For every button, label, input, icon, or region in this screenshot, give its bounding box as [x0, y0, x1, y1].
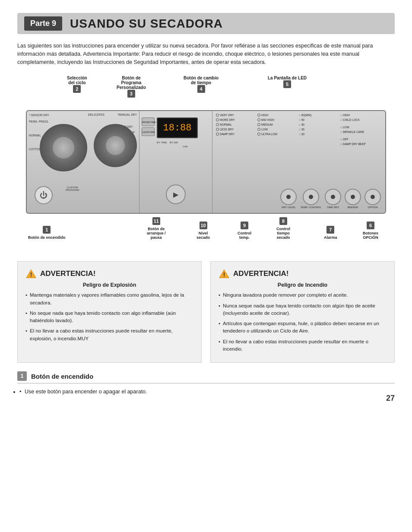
beeper-btn-label: BEEPER: [348, 206, 358, 209]
badge-9-area: 9 Controltemp.: [238, 222, 251, 240]
intro-text: Las siguientes son las instrucciones par…: [17, 42, 395, 66]
time-buttons: MORETIME LESSTIME: [142, 117, 155, 136]
diagram-area: Seleccióndel ciclo 2 Botón deProgramaPer…: [17, 76, 395, 257]
panel-right: VERY DRY MORE DRY NORMAL LESS DRY DAMP D…: [212, 111, 385, 213]
option-btn-group: OPTION: [364, 189, 381, 209]
warning-explosion-item-3: El no llevar a cabo estas instrucciones …: [25, 327, 193, 342]
opt-20: ○ 20: [299, 133, 340, 136]
label-11-text: Botón dearranque /pausa: [147, 227, 166, 240]
section-1-title: Botón de encendido: [31, 373, 93, 380]
warning-fire-item-2: Nunca seque nada que haya tenido contact…: [219, 302, 387, 317]
opt-child-lock: ○ CHILD LOCK: [340, 118, 382, 121]
opt-low2: ○ LOW: [340, 126, 382, 129]
by-time-label: BY TIME: [157, 141, 167, 144]
warning-explosion-item-1: Mantenga materiales y vapores inflamable…: [25, 291, 193, 307]
warning-fire-item-4: El no llevar a cabo estas instrucciones …: [219, 338, 387, 353]
opt-wrinkle-care: ○ WRINKLE CARE: [340, 130, 382, 133]
options-grid: VERY DRY MORE DRY NORMAL LESS DRY DAMP D…: [212, 111, 385, 171]
cycle-dial[interactable]: [40, 124, 87, 171]
badge-9: 9: [241, 222, 248, 229]
control-buttons-row: DRY LEVEL TEMP. CONTROL TIME DRY: [212, 189, 385, 209]
opt-50: ○ 50: [299, 118, 340, 121]
badge-1-area: 1 Botón de encendido: [28, 226, 66, 240]
label-3: Botón deProgramaPersonalizado 3: [117, 76, 146, 98]
beeper-btn-group: BEEPER: [345, 189, 361, 209]
beeper-button[interactable]: [345, 189, 361, 205]
badge-11-area: 11 Botón dearranque /pausa: [147, 217, 166, 240]
badge-7: 7: [326, 226, 334, 234]
time-dry-btn-group: TIME DRY: [325, 189, 341, 209]
temp-control-btn-label: TEMP. CONTROL: [300, 206, 321, 209]
opt-high2: ○ HIGH: [340, 114, 382, 117]
warning-fire-item-1: Ninguna lavadora puede remover por compl…: [219, 291, 387, 299]
label-2: Seleccióndel ciclo 2: [67, 76, 87, 93]
warning-explosion-title: ADVERTENCIA!: [40, 269, 95, 278]
power-button[interactable]: ⏻: [35, 186, 53, 204]
warning-explosion: ! ADVERTENCIA! Peligro de Explosión Mant…: [17, 261, 202, 363]
badge-1: 1: [43, 226, 51, 234]
label-10-text: Nivelsecado: [196, 231, 210, 240]
section-1-body: Use este botón para encender o apagar el…: [17, 388, 395, 396]
opt-mid-high: MID HIGH: [257, 118, 299, 121]
control-panel: * SENSOR DRY PERM. PRESS . NORMAL . COTT…: [26, 110, 386, 214]
option-button[interactable]: [364, 189, 381, 205]
temp-control-btn-group: TEMP. CONTROL: [300, 189, 321, 209]
option-btn-label: OPTION: [368, 206, 377, 209]
opt-30: ○ 30: [299, 128, 340, 131]
warning-fire-triangle-icon: !: [219, 268, 230, 279]
badge-4: 4: [197, 85, 205, 93]
badge-5: 5: [283, 80, 291, 88]
page-number: 27: [386, 394, 395, 403]
page-header: Parte 9 USANDO SU SECADORA: [17, 13, 395, 34]
badge-8: 8: [279, 217, 287, 225]
badge-10: 10: [200, 222, 207, 229]
opt-60min: ○ 60(MIN): [299, 114, 340, 117]
badge-7-area: 7 Alarma: [324, 226, 337, 240]
warning-fire-item-3: Artículos que contengan espuma, hule, o …: [219, 320, 387, 335]
warning-fire-list: Ninguna lavadora puede remover por compl…: [219, 291, 387, 353]
warning-fire-subtitle: Peligro de Incendio: [219, 282, 387, 288]
label-7-text: Alarma: [324, 235, 337, 240]
panel-middle: MORETIME LESSTIME 18:88 BY TIME BY AIR ⟹…: [139, 111, 212, 213]
time-col: ○ 60(MIN) ○ 50 ○ 40 ○ 30 ○ 20: [299, 114, 340, 169]
page-title: USANDO SU SECADORA: [70, 17, 223, 31]
play-pause-button[interactable]: ▶︎: [166, 184, 186, 204]
badge-6-area: 6 BotonesOPCIÓN: [363, 222, 378, 240]
opt-40: ○ 40: [299, 123, 340, 126]
warning-triangle-icon: !: [25, 268, 37, 279]
less-time-btn[interactable]: LESSTIME: [142, 127, 155, 136]
manual-dry-label: *MANUAL DRY: [117, 113, 137, 116]
opt-low: LOW: [257, 128, 299, 131]
warning-explosion-list: Mantenga materiales y vapores inflamable…: [25, 291, 193, 342]
opt-high: HIGH: [257, 114, 299, 117]
time-dry-btn-label: TIME DRY: [327, 206, 339, 209]
delicates-label: DELICATES: [88, 113, 105, 116]
opt-ultra-low: ULTRA LOW: [257, 133, 299, 136]
label-5-text: La Pantalla de LED: [268, 76, 307, 80]
time-dry-button[interactable]: [325, 189, 341, 205]
by-air-label: BY AIR: [170, 141, 178, 144]
warnings-section: ! ADVERTENCIA! Peligro de Explosión Mant…: [17, 261, 395, 363]
dry-level-button[interactable]: [280, 189, 297, 205]
warning-fire-header: ! ADVERTENCIA!: [219, 268, 387, 279]
section-1-item-1: Use este botón para encender o apagar el…: [19, 388, 395, 396]
led-display: 18:88: [157, 117, 198, 138]
badge-10-area: 10 Nivelsecado: [196, 222, 210, 240]
dry-level-btn-label: DRY LEVEL: [282, 206, 296, 209]
page-container: Parte 9 USANDO SU SECADORA Las siguiente…: [0, 0, 412, 412]
opt-more-dry: MORE DRY: [216, 118, 257, 121]
badge-8-area: 8 Controltiemposecado: [276, 217, 290, 240]
badge-6: 6: [367, 222, 374, 229]
svg-text:!: !: [223, 271, 225, 278]
section-1: 1 Botón de encendido Use este botón para…: [17, 371, 395, 396]
panel-left: * SENSOR DRY PERM. PRESS . NORMAL . COTT…: [27, 111, 139, 213]
extra-col: ○ HIGH ○ CHILD LOCK ○ LOW ○ WRINKLE CARE…: [340, 114, 382, 169]
label-8-text: Controltiemposecado: [276, 227, 290, 240]
temp-control-button[interactable]: [303, 189, 319, 205]
custom-dial[interactable]: [94, 124, 137, 167]
opt-normal: NORMAL: [216, 123, 257, 126]
label-1-text: Botón de encendido: [28, 235, 66, 240]
more-time-btn[interactable]: MORETIME: [142, 117, 155, 126]
label-5: La Pantalla de LED 5: [268, 76, 307, 88]
svg-text:!: !: [30, 271, 32, 278]
